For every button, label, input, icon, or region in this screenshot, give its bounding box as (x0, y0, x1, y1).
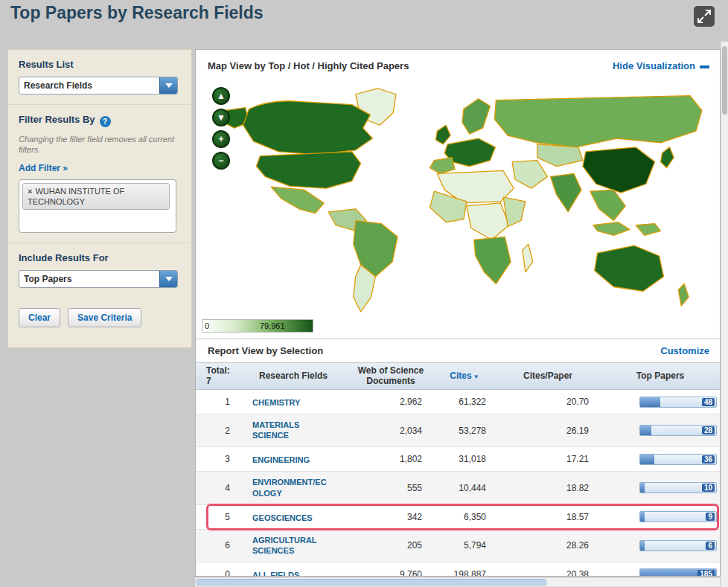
region-china[interactable] (583, 147, 655, 193)
region-scandinavia[interactable] (462, 99, 491, 134)
region-russia[interactable] (494, 96, 701, 147)
customize-link[interactable]: Customize (660, 345, 709, 356)
help-icon[interactable]: ? (100, 116, 111, 127)
report-view-title: Report View by Selection (208, 345, 323, 356)
top-papers-bar: 36 (639, 454, 717, 465)
results-list-dropdown[interactable]: Research Fields (19, 77, 178, 94)
map-color-legend: 0 79,961 (202, 319, 313, 333)
table-row: 5 GEOSCIENCES 342 6,350 18.57 9 (196, 505, 721, 530)
top-papers-bar-fill (640, 483, 645, 493)
field-link[interactable]: ALL FIELDS (252, 570, 299, 577)
column-header-top-papers[interactable]: Top Papers (599, 371, 721, 382)
region-middle-east[interactable] (512, 161, 547, 189)
region-iberia[interactable] (430, 158, 455, 174)
clear-button[interactable]: Clear (19, 308, 60, 327)
table-row: 0 ALL FIELDS 9,760 198,887 20.38 185 (196, 562, 721, 577)
top-papers-bar: 185 (639, 568, 717, 577)
region-mexico[interactable] (271, 187, 324, 214)
filter-tag: ×WUHAN INSTITUTE OF TECHNOLOGY (22, 183, 170, 211)
results-list-value: Research Fields (19, 77, 159, 94)
filter-tag-label: WUHAN INSTITUTE OF TECHNOLOGY (28, 187, 124, 206)
region-southeast-asia[interactable] (590, 190, 625, 220)
include-results-value: Top Papers (19, 271, 159, 287)
cites-per-paper-cell: 18.57 (496, 512, 599, 522)
column-header-cites-per-paper[interactable]: Cites/Paper (496, 371, 599, 382)
column-header-wos-documents[interactable]: Web of Science Documents (349, 366, 432, 387)
top-papers-value: 9 (706, 513, 715, 521)
top-papers-bar-fill (640, 512, 645, 522)
region-central-africa[interactable] (467, 203, 509, 240)
include-results-section: Include Results For Top Papers (8, 243, 191, 298)
include-results-dropdown[interactable]: Top Papers (19, 270, 178, 288)
region-india[interactable] (550, 173, 581, 211)
top-papers-value: 10 (702, 484, 715, 492)
vertical-scrollbar[interactable] (721, 42, 728, 587)
pan-up-button[interactable]: ▲ (212, 87, 230, 105)
horizontal-scrollbar[interactable] (195, 577, 721, 587)
vertical-scrollbar-thumb[interactable] (722, 46, 727, 115)
top-papers-bar-fill (640, 397, 660, 407)
expand-button[interactable] (694, 6, 715, 27)
region-new-zealand[interactable] (678, 284, 689, 307)
field-cell: CHEMISTRY (237, 395, 349, 408)
region-uk[interactable] (435, 125, 450, 144)
region-usa[interactable] (256, 152, 360, 188)
cites-per-paper-cell: 20.38 (496, 569, 599, 577)
top-papers-cell: 10 (599, 482, 721, 493)
world-map[interactable]: ▲ ▼ + − (202, 80, 714, 316)
legend-max-label: 79,961 (260, 321, 285, 330)
top-papers-bar: 28 (639, 425, 717, 436)
docs-cell: 1,802 (349, 454, 432, 464)
dropdown-button[interactable] (159, 77, 177, 94)
section-divider (196, 339, 720, 339)
remove-filter-icon[interactable]: × (28, 187, 32, 196)
total-header: Total: 7 (196, 366, 237, 387)
region-japan[interactable] (661, 147, 674, 168)
field-link[interactable]: MATERIALS SCIENCE (252, 420, 327, 441)
cites-cell: 198,887 (432, 569, 496, 577)
region-central-asia[interactable] (537, 144, 583, 167)
top-papers-bar: 6 (639, 540, 717, 551)
field-link[interactable]: CHEMISTRY (252, 397, 300, 408)
sidebar-actions: Clear Save Criteria (8, 298, 191, 338)
dropdown-button[interactable] (159, 271, 177, 287)
hide-visualization-link[interactable]: Hide Visualization (613, 60, 709, 71)
field-link[interactable]: ENVIRONMENT/ECOLOGY (252, 477, 327, 498)
pan-down-button[interactable]: ▼ (212, 109, 230, 126)
cites-cell: 5,794 (432, 540, 496, 551)
field-cell: ENVIRONMENT/ECOLOGY (237, 477, 349, 498)
field-link[interactable]: AGRICULTURAL SCIENCES (252, 535, 327, 556)
chevron-down-icon (165, 83, 173, 88)
cites-per-paper-cell: 18.82 (496, 483, 599, 493)
horizontal-scrollbar-thumb[interactable] (197, 579, 546, 586)
top-papers-bar: 48 (639, 397, 717, 408)
top-papers-value: 185 (697, 570, 715, 577)
table-row: 4 ENVIRONMENT/ECOLOGY 555 10,444 18.82 1… (196, 472, 721, 504)
column-header-cites[interactable]: Cites▼ (432, 371, 496, 382)
top-papers-value: 48 (702, 398, 715, 406)
docs-cell: 2,034 (349, 426, 432, 436)
region-east-africa[interactable] (503, 197, 526, 227)
region-indonesia-west[interactable] (593, 222, 630, 236)
field-link[interactable]: GEOSCIENCES (252, 513, 313, 523)
filter-by-label: Filter Results By? (19, 114, 181, 127)
zoom-in-button[interactable]: + (212, 130, 230, 148)
rank-cell: 6 (196, 540, 237, 551)
top-papers-cell: 48 (599, 397, 721, 408)
region-indonesia-east[interactable] (636, 224, 661, 236)
region-australia[interactable] (595, 246, 664, 291)
report-table-body: 1 CHEMISTRY 2,962 61,322 20.70 48 2 MATE… (196, 390, 721, 577)
filter-section: Filter Results By? Changing the filter f… (8, 104, 191, 243)
zoom-out-button[interactable]: − (212, 152, 230, 170)
docs-cell: 555 (349, 483, 432, 493)
save-criteria-button[interactable]: Save Criteria (68, 308, 141, 327)
add-filter-link[interactable]: Add Filter » (19, 163, 68, 173)
world-map-svg (202, 80, 714, 316)
field-link[interactable]: ENGINEERING (252, 455, 310, 465)
region-southern-africa[interactable] (474, 237, 511, 283)
top-papers-value: 28 (702, 426, 715, 434)
column-header-research-fields[interactable]: Research Fields (237, 371, 349, 382)
region-canada[interactable] (243, 101, 373, 155)
cites-cell: 10,444 (432, 483, 496, 493)
region-madagascar[interactable] (523, 244, 533, 272)
